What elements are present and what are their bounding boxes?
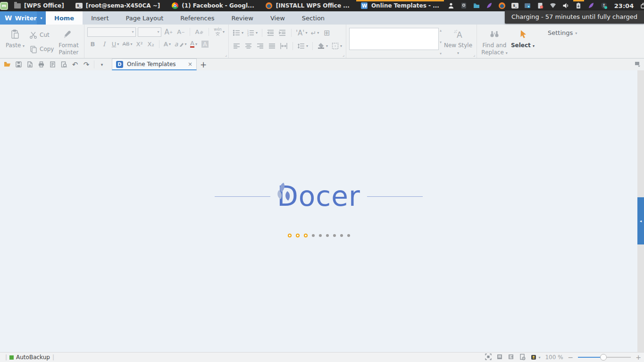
format-painter-button[interactable]: FormatPainter <box>56 27 81 57</box>
shading-button[interactable]: ▾ <box>316 41 329 51</box>
taskbar-item-online-templates[interactable]: W Online Templates - ... <box>355 0 445 11</box>
text-effects-button[interactable]: A▾ <box>162 39 173 49</box>
italic-button[interactable]: I <box>99 39 109 49</box>
grow-font-button[interactable]: A+ <box>163 27 174 37</box>
increase-indent-button[interactable] <box>277 28 288 38</box>
taskbar-item-wps-office[interactable]: [WPS Office] <box>8 0 70 11</box>
font-color-button[interactable]: A▾ <box>189 39 199 49</box>
numbered-list-button[interactable]: 123▾ <box>246 28 259 38</box>
superscript-button[interactable]: X² <box>134 39 145 49</box>
taskbar-item-install-wps[interactable]: [INSTALL WPS Office ... <box>260 0 355 11</box>
volume-icon[interactable] <box>560 0 572 11</box>
document-tab-online-templates[interactable]: D Online Templates × <box>112 59 197 70</box>
tab-insert[interactable]: Insert <box>83 11 117 25</box>
chevron-down-icon[interactable]: ▾ <box>37 11 46 25</box>
justify-button[interactable] <box>267 41 277 51</box>
save-button[interactable] <box>14 60 23 69</box>
character-shading-button[interactable]: A <box>200 39 210 49</box>
notes-icon[interactable] <box>534 0 547 11</box>
align-left-button[interactable] <box>232 41 242 51</box>
font-dialog-launcher-icon[interactable]: ⌟ <box>225 52 227 57</box>
print-preview-button[interactable] <box>48 60 57 69</box>
insert-table-button[interactable]: ⊞ <box>321 28 332 38</box>
user-icon[interactable] <box>445 0 458 11</box>
line-spacing-button[interactable]: ▾ <box>296 41 309 51</box>
vertical-scrollbar[interactable]: ◂ <box>637 70 644 352</box>
zoom-in-button[interactable]: + <box>636 354 641 361</box>
tab-view[interactable]: View <box>262 11 293 25</box>
strikethrough-button[interactable]: AB▾ <box>121 39 133 49</box>
font-name-combobox[interactable]: ▾ <box>87 27 136 37</box>
new-style-button[interactable]: A New Style ▾ <box>443 27 474 57</box>
security-icon[interactable]: ! <box>598 0 611 11</box>
styles-gallery-more-icon[interactable]: ▾ <box>440 51 442 56</box>
underline-button[interactable]: U▾ <box>110 39 120 49</box>
cut-button[interactable]: Cut <box>27 30 56 40</box>
clear-formatting-button[interactable]: A <box>194 27 205 37</box>
wifi-icon[interactable] <box>547 0 560 11</box>
file-manager-icon[interactable] <box>470 0 483 11</box>
bullet-list-button[interactable]: ▾ <box>232 28 244 38</box>
tab-home[interactable]: Home <box>46 11 83 25</box>
highlight-color-button[interactable]: a▾ <box>174 39 188 49</box>
select-button[interactable]: Select ▾ <box>509 27 536 57</box>
settings-button[interactable]: Settings▾ <box>548 25 577 58</box>
page-layout-view-button[interactable] <box>496 354 503 362</box>
find-replace-button[interactable]: Find andReplace ▾ <box>480 27 509 57</box>
zoom-slider[interactable] <box>578 354 631 361</box>
align-right-button[interactable] <box>255 41 266 51</box>
paragraph-mark-button[interactable]: ↵▾ <box>309 28 320 38</box>
taskbar-item-facebook[interactable]: (1) Facebook - Googl... <box>166 0 259 11</box>
package-icon[interactable] <box>458 0 470 11</box>
scrollbar-thumb[interactable]: ◂ <box>637 197 644 244</box>
align-center-button[interactable] <box>243 41 254 51</box>
writer-app-button[interactable]: W Writer ▾ <box>0 11 46 25</box>
distribute-button[interactable] <box>279 41 289 51</box>
taskbar-item-terminal[interactable]: $_ [root@sema-X450CA ~] <box>70 0 166 11</box>
zoom-out-button[interactable]: − <box>568 354 574 361</box>
reading-mode-button[interactable]: ▾ <box>530 354 540 361</box>
font-size-combobox[interactable]: ▾ <box>138 27 161 37</box>
outline-view-button[interactable] <box>508 354 514 362</box>
tab-section[interactable]: Section <box>293 11 333 25</box>
tab-review[interactable]: Review <box>223 11 262 25</box>
mint-menu-button[interactable]: m <box>0 0 8 11</box>
firefox-icon[interactable] <box>496 0 509 11</box>
text-direction-button[interactable]: 'A'▾ <box>295 28 309 38</box>
phonetic-guide-button[interactable]: wén ▾ <box>213 27 226 37</box>
feather-icon[interactable] <box>483 0 496 11</box>
panel-clock[interactable]: 23:04 <box>611 0 637 11</box>
export-pdf-button[interactable] <box>25 60 34 69</box>
undo-button[interactable]: ↶ <box>70 60 80 69</box>
decrease-indent-button[interactable] <box>266 28 276 38</box>
paste-button[interactable]: Paste ▾ <box>3 27 27 57</box>
bold-button[interactable]: B <box>87 39 98 49</box>
tab-page-layout[interactable]: Page Layout <box>117 11 172 25</box>
screenshot-icon[interactable] <box>521 0 534 11</box>
tab-references[interactable]: References <box>172 11 223 25</box>
close-tab-icon[interactable]: × <box>188 61 192 67</box>
paragraph-dialog-launcher-icon[interactable]: ⌟ <box>343 52 344 57</box>
battery-icon[interactable] <box>572 0 585 11</box>
styles-gallery[interactable] <box>349 28 439 50</box>
terminal-icon[interactable]: $_ <box>509 0 521 11</box>
subscript-button[interactable]: X₂ <box>146 39 156 49</box>
feather-icon-2[interactable] <box>585 0 598 11</box>
show-desktop-icon[interactable] <box>637 0 644 11</box>
zoom-slider-thumb[interactable] <box>600 354 607 361</box>
redo-button[interactable]: ↷ <box>82 60 91 69</box>
print-button[interactable] <box>36 60 46 69</box>
web-layout-view-button[interactable] <box>519 354 526 362</box>
copy-button[interactable]: Copy <box>27 44 56 54</box>
fit-page-button[interactable] <box>485 354 492 362</box>
new-document-tab-button[interactable]: + <box>197 59 210 70</box>
find-in-document-button[interactable] <box>59 60 68 69</box>
shrink-font-button[interactable]: A− <box>176 27 186 37</box>
qat-more-button[interactable]: ▾ <box>97 60 107 69</box>
styles-dialog-launcher-icon[interactable]: ⌟ <box>473 52 475 57</box>
tab-list-button[interactable] <box>634 59 644 70</box>
open-file-button[interactable] <box>2 60 12 69</box>
styles-scroll-down-icon[interactable]: ▾ <box>440 40 442 44</box>
borders-button[interactable]: ▾ <box>330 41 343 51</box>
styles-scroll-up-icon[interactable]: ▴ <box>440 28 442 33</box>
